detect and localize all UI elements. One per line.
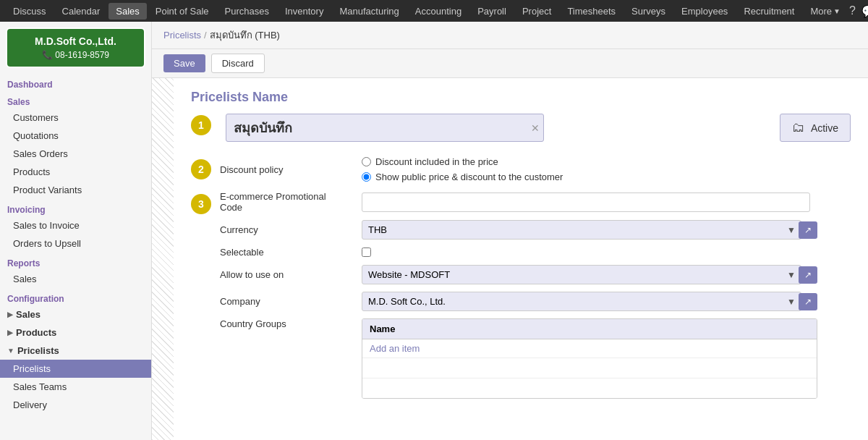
company-label: Company (220, 296, 350, 307)
company-phone: 📞 08-1619-8579 (14, 49, 137, 62)
sidebar-section-invoicing: Invoicing (0, 199, 151, 216)
radio-discount-included-label: Discount included in the price (375, 156, 498, 167)
chat-icon[interactable]: 💬 (861, 4, 868, 18)
country-groups-table: Name Add an item (362, 318, 817, 399)
company-external-link-button[interactable]: ↗ (799, 293, 817, 310)
sidebar-item-sales-report[interactable]: Sales (0, 270, 151, 288)
currency-row: Currency THB ▼ ↗ (220, 220, 851, 240)
company-select[interactable]: M.D. Soft Co., Ltd. (362, 292, 801, 311)
form-inner: Pricelists Name 1 ✕ 🗂 Active (174, 78, 868, 440)
top-nav-right: ? 💬 ⚙ (849, 4, 868, 18)
step-badge-2: 2 (191, 159, 211, 179)
nav-sales[interactable]: Sales (109, 3, 147, 20)
nav-project[interactable]: Project (515, 3, 558, 20)
discount-policy-label: Discount policy (220, 164, 350, 175)
nav-inventory[interactable]: Inventory (278, 3, 331, 20)
nav-payroll[interactable]: Payroll (470, 3, 514, 20)
sidebar-item-pricelists[interactable]: Pricelists (0, 360, 151, 378)
active-icon: 🗂 (792, 120, 805, 135)
sidebar-section-dashboard: Dashboard (0, 74, 151, 91)
help-icon[interactable]: ? (849, 4, 856, 17)
phone-icon: 📞 (42, 50, 53, 60)
discount-policy-options: Discount included in the price Show publ… (362, 156, 851, 182)
currency-value: THB ▼ ↗ (362, 220, 851, 240)
save-button[interactable]: Save (163, 54, 205, 72)
allow-to-use-select-wrapper: Website - MDSOFT ▼ ↗ (362, 265, 817, 284)
sidebar-item-products[interactable]: Products (0, 163, 151, 181)
currency-select-wrapper: THB ▼ ↗ (362, 220, 817, 240)
allow-to-use-select[interactable]: Website - MDSOFT (362, 265, 801, 284)
nav-manufacturing[interactable]: Manufacturing (332, 3, 406, 20)
discount-policy-field: Discount policy Discount included in the… (220, 156, 851, 182)
table-empty-row-1 (362, 358, 817, 378)
breadcrumb-current: สมุดบันทึก (THB) (210, 28, 280, 43)
active-label: Active (811, 122, 838, 134)
breadcrumb: Pricelists / สมุดบันทึก (THB) (152, 22, 868, 49)
sidebar-item-sales-teams[interactable]: Sales Teams (0, 378, 151, 396)
other-fields-row: 3 E-commerce Promotional Code Currenc (191, 191, 851, 399)
radio-show-public-price-label: Show public price & discount to the cust… (375, 172, 563, 182)
allow-to-use-external-link-button[interactable]: ↗ (799, 266, 817, 284)
nav-discuss[interactable]: Discuss (6, 3, 54, 20)
selectable-row: Selectable (220, 247, 851, 258)
pricelist-name-input[interactable] (226, 114, 544, 142)
ecommerce-promo-input[interactable] (362, 192, 810, 212)
company-row: Company M.D. Soft Co., Ltd. ▼ ↗ (220, 292, 851, 311)
step-badge-2-wrapper: 2 (191, 156, 211, 179)
currency-select[interactable]: THB (362, 220, 801, 240)
main-content: Pricelists / สมุดบันทึก (THB) Save Disca… (152, 22, 868, 440)
country-groups-label: Country Groups (220, 318, 350, 329)
other-fields-content: E-commerce Promotional Code Currency (220, 191, 851, 399)
sidebar-group-sales[interactable]: ▶ Sales (0, 305, 151, 323)
nav-point-of-sale[interactable]: Point of Sale (148, 3, 216, 20)
sidebar-group-pricelists[interactable]: ▼ Pricelists (0, 342, 151, 360)
country-groups-value: Name Add an item (362, 318, 851, 399)
decorative-dots (152, 78, 174, 440)
sidebar-item-sales-orders[interactable]: Sales Orders (0, 145, 151, 163)
clear-name-button[interactable]: ✕ (531, 122, 540, 134)
step-badge-3-wrapper: 3 (191, 191, 211, 214)
country-groups-row: Country Groups Name Add an item (220, 318, 851, 399)
nav-employees[interactable]: Employees (674, 3, 735, 20)
selectable-checkbox[interactable] (362, 248, 371, 257)
radio-show-public-price[interactable]: Show public price & discount to the cust… (362, 172, 851, 182)
nav-more[interactable]: More ▼ (803, 3, 848, 20)
nav-accounting[interactable]: Accounting (408, 3, 469, 20)
company-logo[interactable]: M.D.Soft Co.,Ltd. 📞 08-1619-8579 (6, 28, 145, 68)
sidebar: M.D.Soft Co.,Ltd. 📞 08-1619-8579 Dashboa… (0, 22, 152, 440)
allow-to-use-row: Allow to use on Website - MDSOFT ▼ ↗ (220, 265, 851, 284)
currency-external-link-button[interactable]: ↗ (799, 221, 817, 239)
radio-show-public-price-input[interactable] (362, 172, 371, 182)
nav-purchases[interactable]: Purchases (218, 3, 276, 20)
arrow-right-icon: ▶ (7, 310, 13, 318)
country-groups-name-header: Name (370, 323, 395, 334)
top-navigation: Discuss Calendar Sales Point of Sale Pur… (0, 0, 868, 22)
nav-calendar[interactable]: Calendar (55, 3, 108, 20)
sidebar-item-product-variants[interactable]: Product Variants (0, 181, 151, 199)
nav-timesheets[interactable]: Timesheets (560, 3, 623, 20)
radio-discount-included[interactable]: Discount included in the price (362, 156, 851, 167)
name-input-wrapper: ✕ (226, 114, 544, 142)
breadcrumb-parent-link[interactable]: Pricelists (163, 30, 201, 41)
discard-button[interactable]: Discard (211, 54, 265, 73)
table-empty-row-2 (362, 378, 817, 398)
add-country-group-link[interactable]: Add an item (362, 339, 817, 358)
radio-discount-included-input[interactable] (362, 157, 371, 166)
sidebar-item-quotations[interactable]: Quotations (0, 127, 151, 145)
nav-recruitment[interactable]: Recruitment (736, 3, 801, 20)
form-title: Pricelists Name (191, 90, 851, 105)
sidebar-group-products[interactable]: ▶ Products (0, 323, 151, 342)
ecommerce-promo-value (362, 192, 851, 212)
sidebar-item-customers[interactable]: Customers (0, 109, 151, 127)
selectable-value (362, 248, 851, 257)
allow-to-use-value: Website - MDSOFT ▼ ↗ (362, 265, 851, 284)
company-select-wrapper: M.D. Soft Co., Ltd. ▼ ↗ (362, 292, 817, 311)
currency-label: Currency (220, 224, 350, 235)
action-bar: Save Discard (152, 49, 868, 78)
sidebar-item-sales-to-invoice[interactable]: Sales to Invoice (0, 216, 151, 234)
active-badge[interactable]: 🗂 Active (780, 114, 851, 142)
nav-surveys[interactable]: Surveys (624, 3, 673, 20)
sidebar-item-delivery[interactable]: Delivery (0, 396, 151, 414)
allow-to-use-label: Allow to use on (220, 269, 350, 280)
sidebar-item-orders-to-upsell[interactable]: Orders to Upsell (0, 234, 151, 253)
